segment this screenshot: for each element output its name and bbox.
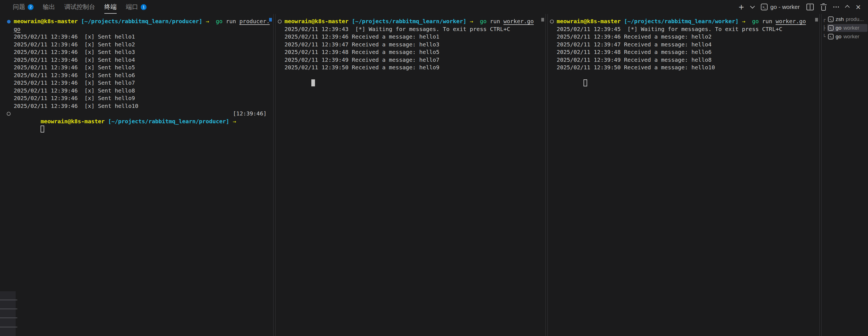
tab-output-label: 输出 (43, 3, 55, 11)
prompt-segment (229, 118, 233, 125)
terminal-icon: >_ (828, 34, 834, 39)
split-tree-glyph: ┌ (822, 16, 827, 22)
command-wrap-line: go (14, 26, 273, 33)
terminal-content: meowrain@k8s-master [~/projects/rabbitmq… (548, 14, 819, 79)
maximize-panel-button[interactable] (846, 5, 849, 9)
terminal-cursor (584, 79, 587, 87)
cursor-line (284, 72, 546, 79)
scrollbar-command-decoration[interactable] (815, 18, 818, 22)
tab-terminal-label: 终端 (104, 3, 117, 11)
terminal-output-line: 2025/02/11 12:39:50 Received a message: … (284, 64, 546, 72)
terminal-output-line: 2025/02/11 12:39:43 [*] Waiting for mess… (284, 26, 546, 33)
prompt-segment: [~/projects/rabbitmq_learn/producer] (81, 18, 202, 25)
active-terminal-label: go - worker (770, 4, 800, 10)
cursor-line (557, 72, 819, 79)
terminal-title-label: produ... (846, 16, 864, 22)
prompt-segment: worker.go (503, 18, 534, 25)
tab-debug-console[interactable]: 调试控制台 (64, 3, 95, 11)
terminal-title-label: worker (843, 25, 859, 31)
split-tree-glyph: ├ (822, 25, 827, 31)
prompt-segment: → (470, 18, 473, 25)
scrollbar-command-decoration[interactable] (269, 18, 272, 22)
terminal-content: meowrain@k8s-master [~/projects/rabbitmq… (276, 14, 546, 79)
terminal-profile-dropdown-button[interactable] (751, 5, 754, 9)
terminal-output-line: 2025/02/11 12:39:46 [x] Sent hello8 (14, 87, 273, 95)
pane-sash[interactable] (546, 14, 548, 336)
prompt-segment (745, 18, 752, 25)
terminal-output: 2025/02/11 12:39:45 [*] Waiting for mess… (557, 26, 819, 72)
close-panel-button[interactable]: × (856, 3, 861, 11)
terminal-output-line: 2025/02/11 12:39:48 Received a message: … (284, 48, 546, 56)
terminal-list-item-go-worker-2[interactable]: └ >_ go worker (822, 32, 868, 41)
terminal-output-line: 2025/02/11 12:39:46 Received a message: … (284, 33, 546, 41)
terminal-tabs-list: ┌ >_ zsh produ... ├ >_ go worker └ >_ go… (821, 14, 868, 336)
scrollbar-command-decoration[interactable] (541, 18, 544, 22)
right-prompt-time: [12:39:46] (233, 110, 267, 118)
kill-terminal-button[interactable] (820, 3, 827, 11)
tab-terminal[interactable]: 终端 (104, 3, 117, 11)
prompt-segment: go (752, 18, 758, 25)
terminal-output-line: 2025/02/11 12:39:46 [x] Sent hello3 (14, 48, 273, 56)
command-decoration-prompt[interactable] (7, 112, 11, 116)
command-decoration-running[interactable] (550, 20, 554, 24)
prompt-segment: meowrain@k8s-master (40, 118, 104, 125)
terminal-list-item-zsh-producer[interactable]: ┌ >_ zsh produ... (822, 15, 868, 24)
chevron-down-icon (750, 4, 755, 9)
prompt-segment: [~/projects/rabbitmq_learn/worker] (352, 18, 466, 25)
tab-ports[interactable]: 端口 1 (126, 3, 147, 11)
prompt-segment: → (742, 18, 745, 25)
plus-icon: + (739, 2, 744, 12)
prompt-segment: [~/projects/rabbitmq_learn/producer] (108, 118, 229, 125)
prompt-segment (236, 118, 243, 125)
prompt-segment (739, 18, 742, 25)
tab-ports-label: 端口 (126, 3, 138, 11)
terminal-pane-worker-1[interactable]: meowrain@k8s-master [~/projects/rabbitmq… (276, 14, 546, 336)
panel-tab-bar: 问题 2 输出 调试控制台 终端 端口 1 (0, 0, 868, 14)
terminal-content: meowrain@k8s-master [~/projects/rabbitmq… (0, 14, 273, 118)
terminal-pane-worker-2[interactable]: meowrain@k8s-master [~/projects/rabbitmq… (548, 14, 819, 336)
prompt-line: meowrain@k8s-master [~/projects/rabbitmq… (14, 18, 273, 26)
terminal-output-line: 2025/02/11 12:39:48 Received a message: … (557, 48, 819, 56)
terminal-cursor (40, 126, 44, 133)
split-icon (806, 4, 814, 10)
prompt-segment (209, 18, 216, 25)
trash-icon (820, 3, 827, 11)
command-decoration-success[interactable] (7, 20, 11, 24)
terminal-icon: >_ (761, 4, 768, 10)
prompt-segment: run (759, 18, 776, 25)
terminal-pane-producer[interactable]: meowrain@k8s-master [~/projects/rabbitmq… (0, 14, 273, 336)
terminal-output-line: 2025/02/11 12:39:46 [x] Sent hello7 (14, 79, 273, 87)
prompt-segment (466, 18, 470, 25)
prompt-segment: go (14, 26, 21, 32)
tab-problems-label: 问题 (13, 3, 25, 11)
prompt-line-current: meowrain@k8s-master [~/projects/rabbitmq… (14, 110, 273, 118)
tab-debug-console-label: 调试控制台 (64, 3, 95, 11)
prompt-segment (621, 18, 624, 25)
terminal-shell-label: zsh (836, 16, 844, 22)
terminal-list-item-go-worker-1[interactable]: ├ >_ go worker (822, 24, 868, 32)
terminal-shell-label: go (836, 34, 841, 40)
terminal-output: 2025/02/11 12:39:46 [x] Sent hello12025/… (14, 33, 273, 110)
prompt-segment: meowrain@k8s-master (14, 18, 78, 25)
tab-problems[interactable]: 问题 2 (13, 3, 34, 11)
terminal-output-line: 2025/02/11 12:39:46 Received a message: … (557, 33, 819, 41)
prompt-segment: go (216, 18, 223, 25)
terminal-output-line: 2025/02/11 12:39:46 [x] Sent hello6 (14, 72, 273, 79)
prompt-segment: worker.go (776, 18, 806, 25)
terminal-output-line: 2025/02/11 12:39:49 Received a message: … (284, 56, 546, 64)
close-icon: × (856, 3, 861, 11)
problems-count-badge: 2 (28, 4, 34, 10)
command-decoration-running[interactable] (278, 20, 282, 24)
prompt-segment: go (480, 18, 487, 25)
terminal-output-line: 2025/02/11 12:39:46 [x] Sent hello9 (14, 95, 273, 102)
split-terminal-button[interactable] (806, 4, 814, 10)
active-terminal-profile[interactable]: >_ go - worker (761, 4, 800, 10)
terminal-cursor (311, 79, 315, 87)
prompt-segment: meowrain@k8s-master (284, 18, 348, 25)
pane-sash[interactable] (273, 14, 276, 336)
new-terminal-button[interactable]: + (739, 2, 744, 12)
tab-output[interactable]: 输出 (43, 3, 55, 11)
more-actions-button[interactable] (833, 6, 839, 7)
ellipsis-icon (833, 6, 839, 7)
ports-count-badge: 1 (141, 4, 147, 10)
